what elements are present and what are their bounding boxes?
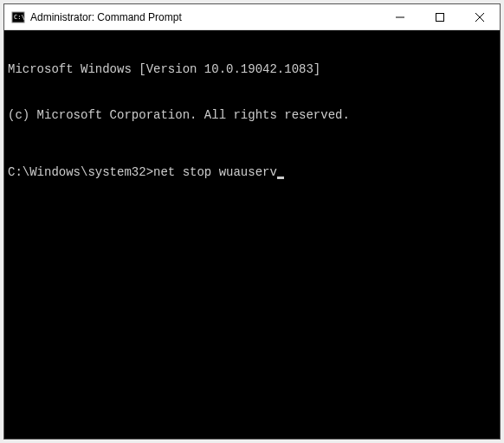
- window-title: Administrator: Command Prompt: [30, 11, 380, 23]
- version-line: Microsoft Windows [Version 10.0.19042.10…: [8, 62, 496, 78]
- svg-text:C:\: C:\: [14, 14, 25, 21]
- window-controls: [380, 4, 500, 29]
- close-button[interactable]: [460, 4, 500, 29]
- prompt-text: C:\Windows\system32>: [8, 165, 153, 179]
- svg-rect-3: [436, 13, 444, 21]
- minimize-button[interactable]: [380, 4, 420, 29]
- terminal-area[interactable]: Microsoft Windows [Version 10.0.19042.10…: [4, 30, 500, 439]
- command-prompt-window: C:\ Administrator: Command Prompt: [3, 3, 501, 440]
- minimize-icon: [396, 13, 404, 22]
- titlebar[interactable]: C:\ Administrator: Command Prompt: [4, 4, 500, 30]
- cmd-icon: C:\: [11, 10, 25, 24]
- cursor: [277, 177, 284, 179]
- maximize-button[interactable]: [420, 4, 460, 29]
- command-text: net stop wuauserv: [153, 165, 277, 179]
- prompt-line: C:\Windows\system32>net stop wuauserv: [8, 165, 496, 181]
- close-icon: [475, 13, 484, 22]
- copyright-line: (c) Microsoft Corporation. All rights re…: [8, 108, 496, 124]
- maximize-icon: [436, 13, 444, 22]
